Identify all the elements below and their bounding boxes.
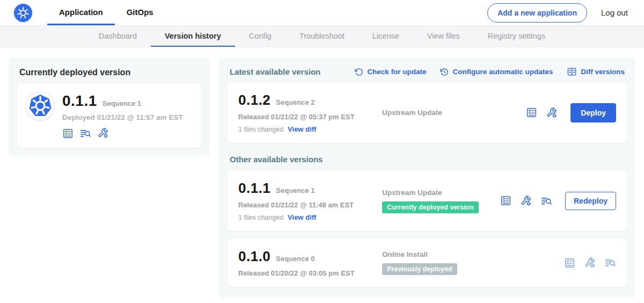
add-application-button[interactable]: Add a new application bbox=[487, 3, 587, 23]
kubernetes-helm-icon bbox=[16, 5, 31, 20]
diff-columns-icon bbox=[567, 67, 577, 77]
release-actions: Redeploy bbox=[500, 192, 616, 210]
release-sequence-label: Sequence 1 bbox=[276, 186, 314, 194]
configure-automatic-updates-link[interactable]: Configure automatic updates bbox=[440, 68, 553, 76]
diff-versions-link[interactable]: Diff versions bbox=[567, 67, 625, 77]
deployed-sequence-label: Sequence 1 bbox=[103, 99, 141, 107]
refresh-icon bbox=[355, 68, 363, 76]
currently-deployed-badge: Currently deployed version bbox=[382, 201, 479, 213]
edit-config-icon[interactable] bbox=[97, 127, 109, 139]
release-source: Upstream Update Currently deployed versi… bbox=[382, 189, 500, 213]
release-timestamp: Released 01/20/22 @ 03:05 pm EST bbox=[238, 269, 382, 277]
deploy-button[interactable]: Deploy bbox=[570, 103, 616, 122]
release-actions: Deploy bbox=[526, 103, 616, 122]
previously-deployed-badge: Previously deployed bbox=[382, 263, 457, 275]
logout-button[interactable]: Log out bbox=[601, 8, 628, 17]
files-changed-label: 1 files changed bbox=[238, 126, 283, 133]
deployed-version-number: 0.1.1 bbox=[62, 92, 97, 110]
release-notes-icon[interactable] bbox=[526, 107, 537, 118]
view-diff-link[interactable]: View diff bbox=[288, 213, 316, 221]
deployed-app-logo bbox=[26, 91, 55, 120]
top-header: Application GitOps Add a new application… bbox=[0, 0, 644, 26]
latest-version-title: Latest available version bbox=[230, 67, 320, 76]
release-source-label: Upstream Update bbox=[382, 109, 526, 117]
version-history-panel: Latest available version Check for updat… bbox=[219, 58, 635, 298]
view-config-icon[interactable] bbox=[584, 257, 596, 269]
release-notes-icon[interactable] bbox=[564, 257, 575, 269]
top-tabs: Application GitOps bbox=[47, 0, 165, 25]
release-timestamp: Released 01/21/22 @ 11:48 am EST bbox=[238, 201, 382, 209]
release-version-number: 0.1.2 bbox=[238, 92, 270, 109]
release-info: 0.1.0 Sequence 0 Released 01/20/22 @ 03:… bbox=[238, 248, 382, 277]
main-content: Currently deployed version 0.1.1 Sequenc… bbox=[0, 47, 644, 298]
edit-config-icon[interactable] bbox=[520, 195, 532, 207]
tab-gitops-label: GitOps bbox=[127, 8, 153, 17]
release-sequence-label: Sequence 0 bbox=[276, 255, 314, 263]
update-actions: Check for update Configure automatic upd… bbox=[355, 67, 625, 77]
app-subnav: Dashboard Version history Config Trouble… bbox=[0, 26, 644, 47]
subnav-tab-license[interactable]: License bbox=[358, 26, 413, 47]
release-actions bbox=[564, 257, 616, 269]
configure-automatic-updates-label: Configure automatic updates bbox=[452, 68, 553, 76]
kubernetes-helm-icon bbox=[28, 93, 53, 118]
release-source-label: Upstream Update bbox=[382, 189, 500, 197]
subnav-tab-troubleshoot[interactable]: Troubleshoot bbox=[286, 26, 358, 47]
subnav-tab-registry-settings[interactable]: Registry settings bbox=[474, 26, 559, 47]
deployed-version-info: 0.1.1 Sequence 1 Deployed 01/21/22 @ 11:… bbox=[62, 91, 183, 139]
files-changed-label: 1 files changed bbox=[238, 214, 283, 221]
edit-config-icon[interactable] bbox=[546, 107, 558, 119]
release-source: Online Install Previously deployed bbox=[382, 250, 564, 275]
other-versions-title: Other available versions bbox=[228, 143, 627, 170]
diff-versions-label: Diff versions bbox=[581, 68, 625, 76]
view-diff-link[interactable]: View diff bbox=[288, 125, 316, 133]
check-for-update-label: Check for update bbox=[367, 68, 426, 76]
release-card-0-1-1: 0.1.1 Sequence 1 Released 01/21/22 @ 11:… bbox=[228, 170, 627, 231]
subnav-tab-version-history[interactable]: Version history bbox=[151, 26, 235, 47]
deploy-logs-icon[interactable] bbox=[79, 127, 91, 139]
currently-deployed-card: 0.1.1 Sequence 1 Deployed 01/21/22 @ 11:… bbox=[17, 84, 201, 148]
release-notes-icon[interactable] bbox=[500, 195, 511, 206]
tab-application[interactable]: Application bbox=[47, 0, 115, 25]
release-timestamp: Released 01/21/22 @ 05:37 pm EST bbox=[238, 113, 382, 121]
release-info: 0.1.2 Sequence 2 Released 01/21/22 @ 05:… bbox=[238, 92, 382, 133]
redeploy-button[interactable]: Redeploy bbox=[565, 192, 616, 210]
subnav-tab-dashboard[interactable]: Dashboard bbox=[85, 26, 151, 47]
release-card-0-1-0: 0.1.0 Sequence 0 Released 01/20/22 @ 03:… bbox=[228, 239, 627, 287]
tab-gitops[interactable]: GitOps bbox=[115, 0, 165, 25]
release-notes-icon[interactable] bbox=[62, 128, 74, 139]
subnav-tab-config[interactable]: Config bbox=[235, 26, 286, 47]
release-info: 0.1.1 Sequence 1 Released 01/21/22 @ 11:… bbox=[238, 180, 382, 221]
release-sequence-label: Sequence 2 bbox=[276, 98, 314, 106]
currently-deployed-title: Currently deployed version bbox=[17, 67, 201, 84]
subnav-tab-view-files[interactable]: View files bbox=[413, 26, 474, 47]
deployed-timestamp: Deployed 01/21/22 @ 11:57 am EST bbox=[62, 113, 183, 121]
latest-version-header: Latest available version Check for updat… bbox=[228, 66, 627, 82]
clock-refresh-icon bbox=[440, 68, 449, 76]
release-version-number: 0.1.0 bbox=[238, 248, 270, 265]
release-version-number: 0.1.1 bbox=[238, 180, 270, 197]
tab-application-label: Application bbox=[59, 8, 103, 17]
release-source-label: Online Install bbox=[382, 250, 564, 258]
deploy-logs-icon[interactable] bbox=[540, 195, 552, 207]
check-for-update-link[interactable]: Check for update bbox=[355, 68, 426, 76]
app-logo bbox=[14, 4, 32, 22]
deploy-logs-icon[interactable] bbox=[604, 257, 616, 269]
header-spacer bbox=[165, 0, 487, 25]
release-source: Upstream Update bbox=[382, 109, 526, 117]
currently-deployed-panel: Currently deployed version 0.1.1 Sequenc… bbox=[9, 58, 210, 156]
release-card-0-1-2: 0.1.2 Sequence 2 Released 01/21/22 @ 05:… bbox=[228, 82, 627, 143]
